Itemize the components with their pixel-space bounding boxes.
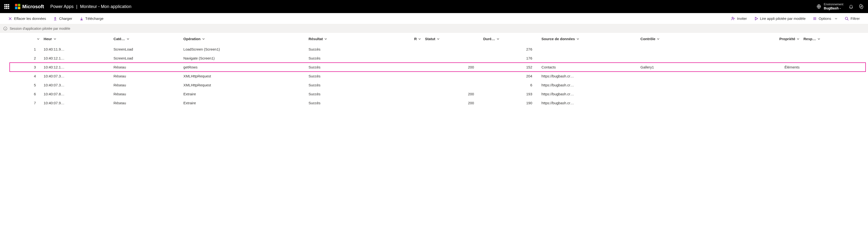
global-header: Microsoft Power Apps | Moniteur - Mon ap… (0, 0, 868, 13)
cell-category: Réseau (112, 63, 182, 71)
cell-r (376, 71, 423, 81)
cell-index: 1 (10, 45, 42, 54)
cell-category: Réseau (112, 98, 182, 108)
col-duration[interactable]: Duré… (481, 33, 539, 45)
table-row[interactable]: 210:40:12.1…ScreenLoadNavigate (Screen1)… (10, 54, 866, 63)
cell-index: 2 (10, 54, 42, 63)
cell-status (423, 81, 481, 90)
cell-property (726, 98, 802, 108)
cell-operation: getRows (182, 63, 307, 71)
cell-index: 3 (10, 63, 42, 71)
upload-label: Charger (59, 17, 72, 21)
title-separator: | (75, 4, 79, 9)
col-status-label: Statut (425, 37, 435, 41)
cell-r (376, 54, 423, 63)
cell-source (539, 45, 639, 54)
cell-operation: Navigate (Screen1) (182, 54, 307, 63)
settings-icon[interactable] (859, 4, 864, 9)
cell-control (639, 71, 726, 81)
cell-result: Succès (307, 81, 376, 90)
notifications-icon[interactable] (849, 4, 854, 9)
table-row[interactable]: 710:40:07.9…RéseauExtraireSuccès200190ht… (10, 98, 866, 108)
col-status[interactable]: Statut (423, 33, 481, 45)
filter-button[interactable]: Filtrer (843, 16, 862, 22)
table-row[interactable]: 310:40:12.1…RéseaugetRowsSuccès200152Con… (10, 63, 866, 71)
cell-index: 7 (10, 98, 42, 108)
cell-status (423, 54, 481, 63)
col-index[interactable] (10, 33, 42, 45)
col-r[interactable]: R (376, 33, 423, 45)
cell-duration: 6 (481, 81, 539, 90)
chevron-down-icon (577, 37, 579, 40)
col-property[interactable]: Propriété (726, 33, 802, 45)
table-row[interactable]: 610:40:07.8…RéseauExtraireSuccès200193ht… (10, 90, 866, 98)
chevron-down-icon (817, 37, 820, 40)
col-result[interactable]: Résultat (307, 33, 376, 45)
col-category-label: Caté… (114, 37, 125, 41)
environment-name: BugBash - (824, 6, 843, 10)
cell-r (376, 45, 423, 54)
chevron-down-icon (797, 37, 800, 40)
cell-operation: XMLHttpRequest (182, 81, 307, 90)
col-source-label: Source de données (541, 37, 575, 41)
command-bar: Effacer les données Charger Télécharge I… (0, 13, 868, 24)
invite-button[interactable]: Inviter (729, 16, 749, 22)
cell-result: Succès (307, 71, 376, 81)
cell-duration: 204 (481, 71, 539, 81)
table-row[interactable]: 110:40:11.9…ScreenLoadLoadScreen (Screen… (10, 45, 866, 54)
cell-source: Contacts (539, 63, 639, 71)
environment-picker[interactable]: Environnement BugBash - (816, 3, 843, 10)
app-launcher-icon[interactable] (4, 4, 9, 9)
col-operation[interactable]: Opération (182, 33, 307, 45)
col-r-label: R (414, 37, 417, 41)
upload-button[interactable]: Charger (51, 16, 74, 22)
options-button[interactable]: Options (811, 16, 839, 22)
cell-operation: Extraire (182, 98, 307, 108)
col-source[interactable]: Source de données (539, 33, 639, 45)
cell-heur: 10:40:11.9… (42, 45, 112, 54)
chevron-down-icon (497, 37, 499, 40)
cell-response (802, 71, 866, 81)
cell-category: Réseau (112, 90, 182, 98)
col-category[interactable]: Caté… (112, 33, 182, 45)
col-response-label: Resp… (803, 37, 816, 41)
info-bar: Session d'application pilotée par modèle (0, 24, 868, 33)
chevron-down-icon (127, 37, 129, 40)
cell-result: Succès (307, 54, 376, 63)
cell-duration: 276 (481, 45, 539, 54)
chevron-down-icon (835, 17, 838, 20)
cell-control: Gallery1 (639, 63, 726, 71)
cell-duration: 176 (481, 54, 539, 63)
cell-property (726, 45, 802, 54)
col-response[interactable]: Resp… (802, 33, 866, 45)
search-icon (845, 17, 849, 21)
upload-icon (53, 17, 57, 21)
cell-index: 5 (10, 81, 42, 90)
table-row[interactable]: 510:40:07.3…RéseauXMLHttpRequestSuccès6h… (10, 81, 866, 90)
microsoft-logo-icon (15, 4, 20, 9)
download-button[interactable]: Télécharge (78, 16, 105, 22)
person-add-icon (731, 17, 735, 21)
cell-operation: LoadScreen (Screen1) (182, 45, 307, 54)
col-result-label: Résultat (309, 37, 323, 41)
col-heur[interactable]: Heur (42, 33, 112, 45)
cell-response (802, 90, 866, 98)
col-duration-label: Duré… (483, 37, 495, 41)
cell-category: Réseau (112, 71, 182, 81)
download-icon (80, 17, 84, 21)
cell-operation: XMLHttpRequest (182, 71, 307, 81)
cell-status: 200 (423, 90, 481, 98)
cell-control (639, 98, 726, 108)
clear-data-button[interactable]: Effacer les données (6, 16, 48, 22)
chevron-down-icon (54, 37, 56, 40)
cell-response (802, 98, 866, 108)
play-app-button[interactable]: Lire appli pilotée par modèle (752, 16, 807, 22)
col-control[interactable]: Contrôle (639, 33, 726, 45)
cell-heur: 10:40:12.1… (42, 54, 112, 63)
cell-response (802, 63, 866, 71)
table-row[interactable]: 410:40:07.3…RéseauXMLHttpRequestSuccès20… (10, 71, 866, 81)
cell-heur: 10:40:07.3… (42, 81, 112, 90)
cell-property (726, 71, 802, 81)
cell-r (376, 81, 423, 90)
cell-property (726, 81, 802, 90)
